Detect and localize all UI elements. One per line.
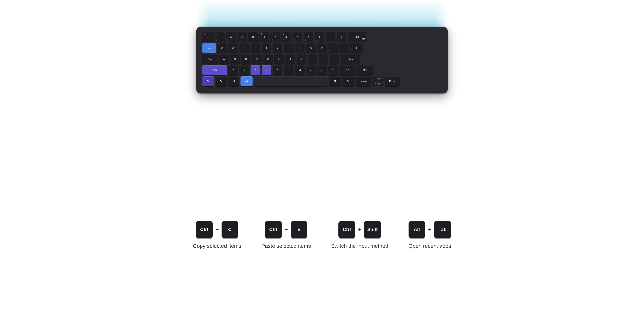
- shortcut-plus-switch: +: [358, 226, 362, 233]
- key-row-bottom: Ctrl Fn ⊞ Alt Alt Ctrl ◄Home: [202, 76, 442, 86]
- key-pgup[interactable]: ▲PgUp: [372, 76, 384, 81]
- key-pgdn[interactable]: ▼PgDn: [372, 82, 384, 86]
- keyboard-body: Esc ~ ☀ ! 1 ☼ @ 2 # 3 $ 4 🔇: [196, 27, 448, 93]
- key-r[interactable]: R: [250, 43, 260, 53]
- key-1[interactable]: ☀ ! 1: [215, 32, 225, 42]
- shortcut-paste-keys: Ctrl + V: [265, 221, 308, 238]
- shortcut-key-v: V: [291, 221, 308, 238]
- key-j[interactable]: J: [286, 54, 295, 64]
- key-backslash[interactable]: | \: [350, 43, 363, 53]
- key-u[interactable]: U: [284, 43, 294, 53]
- shortcut-plus-paste: +: [284, 226, 288, 233]
- key-quote[interactable]: " ': [330, 54, 340, 64]
- key-5[interactable]: 🔇 % 5: [259, 32, 269, 42]
- shortcut-key-c: C: [222, 221, 238, 238]
- key-x[interactable]: X: [240, 65, 249, 75]
- shortcut-recent-label: Open recent apps: [408, 243, 451, 249]
- key-enter[interactable]: Enter: [341, 54, 360, 64]
- key-minus[interactable]: _ -: [326, 32, 336, 42]
- key-q[interactable]: Q: [217, 43, 227, 53]
- key-m[interactable]: M: [295, 65, 304, 75]
- key-w[interactable]: W: [228, 43, 238, 53]
- key-alt-right[interactable]: Alt: [329, 76, 341, 86]
- key-fn[interactable]: Fn: [216, 76, 227, 86]
- shortcut-key-ctrl-paste: Ctrl: [265, 221, 282, 238]
- key-h[interactable]: H: [274, 54, 284, 64]
- key-shift-right[interactable]: ((·)): [339, 65, 356, 75]
- key-7[interactable]: 🔒 & 7: [282, 32, 291, 42]
- key-shift-left[interactable]: Shift: [202, 65, 227, 75]
- key-row-asdf: Caps A S D F G H J K L : ; " ' Enter: [202, 54, 442, 64]
- key-y[interactable]: Y: [273, 43, 282, 53]
- shortcut-recent-keys: Alt + Tab: [408, 221, 451, 238]
- key-2[interactable]: ☼ @ 2: [226, 32, 236, 42]
- key-z[interactable]: Z: [228, 65, 238, 75]
- shortcut-copy: Ctrl + C Copy selected items: [193, 221, 241, 249]
- key-alt-left[interactable]: Alt: [240, 76, 252, 86]
- shortcut-key-ctrl-switch: Ctrl: [338, 221, 355, 238]
- key-shift-right-2[interactable]: Shift: [357, 65, 373, 75]
- key-comma[interactable]: < ,: [306, 65, 316, 75]
- key-semicolon[interactable]: : ;: [319, 54, 328, 64]
- key-esc[interactable]: Esc ~: [202, 32, 214, 42]
- key-o[interactable]: O: [306, 43, 316, 53]
- shortcut-plus-copy: +: [215, 226, 219, 233]
- key-8[interactable]: * 8: [292, 32, 302, 42]
- key-6[interactable]: 🔉 ^ 6: [270, 32, 280, 42]
- key-tab[interactable]: Tab: [202, 43, 216, 53]
- key-end[interactable]: End►: [385, 76, 400, 86]
- key-e[interactable]: E: [240, 43, 249, 53]
- shortcut-plus-recent: +: [428, 226, 432, 233]
- key-a[interactable]: A: [219, 54, 229, 64]
- key-9[interactable]: ( 9: [304, 32, 313, 42]
- key-c[interactable]: C: [250, 65, 260, 75]
- shortcut-key-tab-recent: Tab: [434, 221, 451, 238]
- key-k[interactable]: K: [296, 54, 306, 64]
- key-f[interactable]: F: [252, 54, 262, 64]
- key-period[interactable]: > .: [317, 65, 327, 75]
- key-slash[interactable]: ? /: [328, 65, 338, 75]
- key-s[interactable]: S: [230, 54, 240, 64]
- shortcuts-section: Ctrl + C Copy selected items Ctrl + V Pa…: [70, 221, 574, 249]
- key-row-numbers: Esc ~ ☀ ! 1 ☼ @ 2 # 3 $ 4 🔇: [202, 32, 442, 42]
- shortcut-switch-label: Switch the input method: [331, 243, 388, 249]
- key-0[interactable]: ) 0: [314, 32, 324, 42]
- key-3[interactable]: # 3: [237, 32, 247, 42]
- key-row-qwerty: Tab Q W E R T Y U I O P { [ } ] | \: [202, 43, 442, 53]
- pgupdn-cluster: ▲PgUp ▼PgDn: [372, 76, 384, 86]
- keyboard-wrapper: Esc ~ ☀ ! 1 ☼ @ 2 # 3 $ 4 🔇: [196, 27, 448, 93]
- shortcut-copy-keys: Ctrl + C: [196, 221, 238, 238]
- shortcut-switch-input: Ctrl + Shift Switch the input method: [331, 221, 388, 249]
- key-ctrl-right[interactable]: Ctrl: [342, 76, 354, 86]
- key-d[interactable]: D: [241, 54, 251, 64]
- key-v[interactable]: V: [262, 65, 271, 75]
- key-i[interactable]: I: [295, 43, 304, 53]
- key-p[interactable]: P: [317, 43, 327, 53]
- key-l[interactable]: L: [308, 54, 317, 64]
- shortcut-key-alt-recent: Alt: [408, 221, 425, 238]
- key-n[interactable]: N: [284, 65, 294, 75]
- key-win[interactable]: ⊞: [228, 76, 239, 86]
- key-backspace[interactable]: ⊡ Del ⌫: [348, 32, 366, 42]
- key-g[interactable]: G: [263, 54, 273, 64]
- key-space[interactable]: [254, 76, 328, 86]
- key-bracket-open[interactable]: { [: [328, 43, 338, 53]
- key-home[interactable]: ◄Home: [356, 76, 371, 86]
- key-equals[interactable]: + =: [337, 32, 346, 42]
- key-bracket-close[interactable]: } ]: [339, 43, 349, 53]
- key-t[interactable]: T: [262, 43, 271, 53]
- key-caps[interactable]: Caps: [202, 54, 218, 64]
- key-row-zxcv: Shift Z X C V B N M < , > . ? / ((·)): [202, 65, 442, 75]
- shortcut-copy-label: Copy selected items: [193, 243, 241, 249]
- key-4[interactable]: $ 4: [248, 32, 258, 42]
- shortcut-key-ctrl-copy: Ctrl: [196, 221, 213, 238]
- shortcut-key-shift-switch: Shift: [364, 221, 381, 238]
- shortcut-paste: Ctrl + V Paste selected items: [261, 221, 311, 249]
- key-ctrl-left[interactable]: Ctrl: [202, 76, 214, 86]
- key-b[interactable]: B: [273, 65, 282, 75]
- shortcut-paste-label: Paste selected items: [261, 243, 311, 249]
- shortcut-recent-apps: Alt + Tab Open recent apps: [408, 221, 451, 249]
- shortcut-switch-keys: Ctrl + Shift: [338, 221, 381, 238]
